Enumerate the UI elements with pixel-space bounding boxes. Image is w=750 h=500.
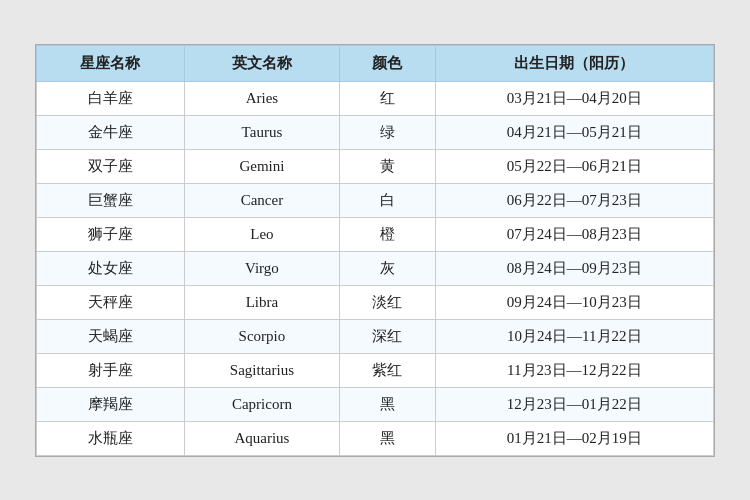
col-header-dates: 出生日期（阳历）	[435, 45, 713, 81]
table-header-row: 星座名称 英文名称 颜色 出生日期（阳历）	[37, 45, 714, 81]
cell-color: 淡红	[339, 285, 435, 319]
col-header-color: 颜色	[339, 45, 435, 81]
table-row: 狮子座Leo橙07月24日—08月23日	[37, 217, 714, 251]
cell-color: 灰	[339, 251, 435, 285]
cell-dates: 12月23日—01月22日	[435, 387, 713, 421]
cell-english: Sagittarius	[184, 353, 339, 387]
cell-color: 黄	[339, 149, 435, 183]
cell-dates: 09月24日—10月23日	[435, 285, 713, 319]
cell-color: 黑	[339, 387, 435, 421]
table-row: 射手座Sagittarius紫红11月23日—12月22日	[37, 353, 714, 387]
cell-dates: 03月21日—04月20日	[435, 81, 713, 115]
cell-chinese: 金牛座	[37, 115, 185, 149]
cell-chinese: 天秤座	[37, 285, 185, 319]
cell-dates: 01月21日—02月19日	[435, 421, 713, 455]
cell-chinese: 水瓶座	[37, 421, 185, 455]
cell-dates: 05月22日—06月21日	[435, 149, 713, 183]
cell-english: Scorpio	[184, 319, 339, 353]
cell-chinese: 白羊座	[37, 81, 185, 115]
table-row: 天蝎座Scorpio深红10月24日—11月22日	[37, 319, 714, 353]
cell-english: Gemini	[184, 149, 339, 183]
zodiac-table: 星座名称 英文名称 颜色 出生日期（阳历） 白羊座Aries红03月21日—04…	[36, 45, 714, 456]
cell-dates: 07月24日—08月23日	[435, 217, 713, 251]
table-row: 白羊座Aries红03月21日—04月20日	[37, 81, 714, 115]
cell-english: Cancer	[184, 183, 339, 217]
cell-dates: 10月24日—11月22日	[435, 319, 713, 353]
table-row: 天秤座Libra淡红09月24日—10月23日	[37, 285, 714, 319]
cell-dates: 06月22日—07月23日	[435, 183, 713, 217]
table-row: 巨蟹座Cancer白06月22日—07月23日	[37, 183, 714, 217]
table-body: 白羊座Aries红03月21日—04月20日金牛座Taurus绿04月21日—0…	[37, 81, 714, 455]
cell-chinese: 巨蟹座	[37, 183, 185, 217]
zodiac-table-container: 星座名称 英文名称 颜色 出生日期（阳历） 白羊座Aries红03月21日—04…	[35, 44, 715, 457]
table-row: 摩羯座Capricorn黑12月23日—01月22日	[37, 387, 714, 421]
cell-english: Capricorn	[184, 387, 339, 421]
cell-color: 红	[339, 81, 435, 115]
col-header-english: 英文名称	[184, 45, 339, 81]
cell-english: Virgo	[184, 251, 339, 285]
cell-chinese: 摩羯座	[37, 387, 185, 421]
cell-chinese: 射手座	[37, 353, 185, 387]
cell-chinese: 狮子座	[37, 217, 185, 251]
cell-dates: 04月21日—05月21日	[435, 115, 713, 149]
cell-color: 深红	[339, 319, 435, 353]
cell-color: 绿	[339, 115, 435, 149]
cell-english: Libra	[184, 285, 339, 319]
cell-english: Aquarius	[184, 421, 339, 455]
table-row: 处女座Virgo灰08月24日—09月23日	[37, 251, 714, 285]
cell-dates: 11月23日—12月22日	[435, 353, 713, 387]
cell-color: 白	[339, 183, 435, 217]
cell-english: Leo	[184, 217, 339, 251]
table-row: 双子座Gemini黄05月22日—06月21日	[37, 149, 714, 183]
cell-chinese: 天蝎座	[37, 319, 185, 353]
cell-color: 橙	[339, 217, 435, 251]
cell-dates: 08月24日—09月23日	[435, 251, 713, 285]
table-row: 水瓶座Aquarius黑01月21日—02月19日	[37, 421, 714, 455]
cell-chinese: 双子座	[37, 149, 185, 183]
table-row: 金牛座Taurus绿04月21日—05月21日	[37, 115, 714, 149]
cell-color: 黑	[339, 421, 435, 455]
cell-color: 紫红	[339, 353, 435, 387]
col-header-chinese: 星座名称	[37, 45, 185, 81]
cell-english: Aries	[184, 81, 339, 115]
cell-english: Taurus	[184, 115, 339, 149]
cell-chinese: 处女座	[37, 251, 185, 285]
